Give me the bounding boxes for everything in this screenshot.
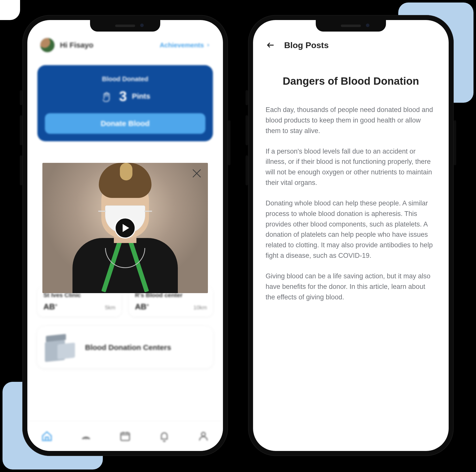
article-paragraph: Donating whole blood can help these peop… (266, 198, 436, 261)
clinic-distance: 5km (105, 304, 115, 311)
greeting-text: Hi Fisayo (60, 41, 93, 49)
centers-card-label: Blood Donation Centers (85, 342, 171, 352)
phone-mockup-home: Hi Fisayo Achievements Blood Donated 3 (22, 15, 228, 456)
blog-screen: Blog Posts Dangers of Blood Donation Eac… (253, 20, 449, 451)
close-icon[interactable] (191, 168, 202, 179)
radar-icon (80, 430, 92, 442)
article-title: Dangers of Blood Donation (266, 75, 436, 87)
phone-notch (316, 20, 386, 32)
hospital-icon (45, 333, 75, 361)
blood-donation-centers-card[interactable]: Blood Donation Centers (37, 326, 213, 368)
svg-rect-0 (121, 433, 130, 440)
achievements-link-label: Achievements (160, 41, 204, 49)
hands-icon (100, 89, 114, 103)
donate-blood-button[interactable]: Donate Blood (45, 113, 205, 134)
home-icon (41, 430, 53, 442)
article-paragraph: Each day, thousands of people need donat… (266, 105, 436, 136)
bottom-tab-bar (27, 421, 223, 451)
profile-icon (198, 430, 209, 442)
tab-notifications[interactable] (158, 430, 171, 443)
play-button[interactable] (115, 217, 136, 239)
page-title: Blog Posts (284, 40, 329, 50)
article-paragraph: If a person's blood levels fall due to a… (266, 146, 436, 188)
video-overlay (42, 163, 208, 293)
phone-mockup-blog: Blog Posts Dangers of Blood Donation Eac… (248, 15, 454, 456)
achievements-link[interactable]: Achievements (160, 41, 210, 49)
blood-donated-card: Blood Donated 3 Pints Donate Blood (37, 65, 213, 141)
clinic-distance: 10km (193, 304, 207, 311)
blood-type: AB+ (135, 302, 149, 311)
bell-icon (158, 430, 170, 442)
chevron-right-icon (206, 43, 210, 47)
article-body: Each day, thousands of people need donat… (266, 105, 436, 303)
stat-title: Blood Donated (45, 75, 205, 83)
tab-calendar[interactable] (119, 430, 132, 443)
article-paragraph: Giving blood can be a life saving action… (266, 271, 436, 303)
phone-notch (90, 20, 160, 32)
calendar-icon (119, 430, 131, 442)
blood-type: AB+ (43, 302, 57, 311)
avatar[interactable] (40, 38, 55, 53)
stat-value: 3 (119, 88, 127, 104)
tab-radar[interactable] (80, 430, 93, 443)
tab-profile[interactable] (197, 430, 210, 443)
tab-home[interactable] (40, 430, 53, 443)
arrow-left-icon (266, 41, 275, 50)
stat-unit: Pints (132, 92, 150, 100)
svg-point-1 (201, 432, 205, 436)
back-button[interactable] (266, 40, 276, 50)
